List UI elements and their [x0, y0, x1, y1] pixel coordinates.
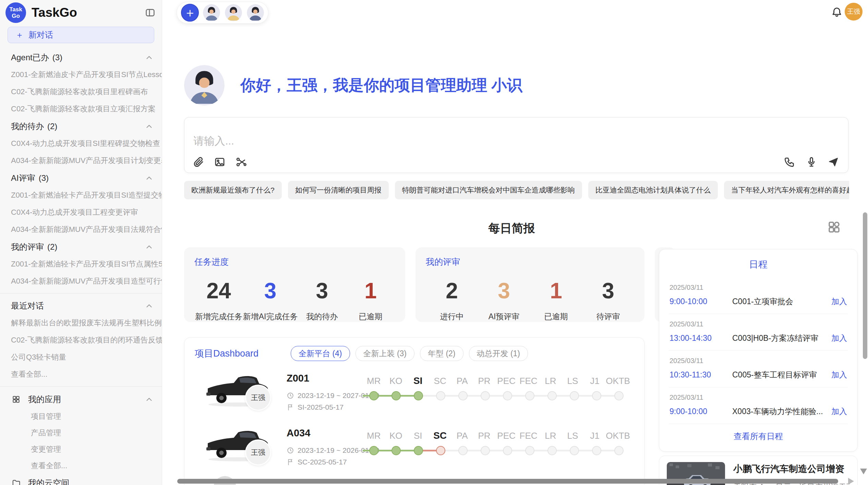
suggestion-chip[interactable]: 当下年轻人对汽车外观有怎样的喜好趋势	[724, 181, 849, 199]
sidebar-item[interactable]: A034-全新新能源MUV产品开发项目造型可行性评审	[0, 273, 162, 290]
add-agent-button[interactable]: ＋	[181, 4, 199, 22]
dashboard-tab[interactable]: 动总开发 (1)	[469, 346, 528, 361]
milestone-dot-pec	[503, 391, 512, 400]
sidebar-item[interactable]: Z001-全新燃油轻卡产品开发项目SI造型提交物评审	[0, 187, 162, 204]
flag-icon	[287, 458, 294, 466]
sidebar-section-header[interactable]: Agent已办 (3)	[0, 49, 162, 66]
suggestion-chip[interactable]: 如何写一份清晰的项目周报	[288, 181, 389, 199]
user-avatar[interactable]: 王强	[845, 3, 863, 21]
phone-call-icon[interactable]	[784, 156, 795, 168]
suggestion-chip[interactable]: 特朗普可能对进口汽车增税会对中国车企造成哪些影响	[395, 181, 582, 199]
apps-view-all[interactable]: 查看全部...	[0, 458, 162, 474]
schedule-list: 2025/03/11 9:00-10:00 C001-立项审批会 加入 2025…	[669, 277, 848, 424]
sidebar-section: Agent已办 (3) Z001-全新燃油皮卡产品开发项目SI节点Lesson …	[0, 49, 162, 117]
chat-input[interactable]	[193, 133, 708, 155]
dashboard-title: 项目Dashboard	[195, 347, 291, 360]
join-link[interactable]: 加入	[831, 333, 847, 344]
sidebar-section-header[interactable]: 我的待办 (2)	[0, 117, 162, 135]
avatar[interactable]	[225, 4, 242, 21]
milestone-dot-ko	[391, 391, 401, 400]
chevron-up-icon	[145, 174, 154, 183]
sidebar-item[interactable]: C02-飞腾新能源轻客改款项目里程碑画布	[0, 83, 162, 100]
send-icon[interactable]	[828, 156, 839, 168]
stat-label: 已逾期	[346, 311, 395, 322]
recent-chats-header[interactable]: 最近对话	[0, 297, 162, 314]
sidebar-item-cloud-space[interactable]: 我的云空间	[0, 474, 162, 485]
collapse-sidebar-icon[interactable]	[145, 7, 156, 18]
stat: 3 AI预评审	[478, 278, 530, 322]
dashboard-grid-icon[interactable]	[827, 220, 841, 234]
scroll-down-arrow[interactable]	[860, 469, 867, 474]
stat-value: 3	[582, 278, 634, 303]
milestone-label-pr: PR	[473, 374, 495, 390]
recent-chat-items: 解释最新出台的欧盟报废车法规再生塑料比例被调至15%...C02-飞腾新能源轻客…	[0, 314, 162, 366]
sidebar-item[interactable]: C0X4-动力总成开发项目SI里程碑提交物检查	[0, 135, 162, 152]
scroll-right-arrow[interactable]	[848, 478, 854, 485]
new-chat-label: 新对话	[28, 29, 53, 40]
recent-view-all[interactable]: 查看全部...	[0, 366, 162, 383]
project-flag-text: SI-2025-05-17	[298, 403, 343, 411]
project-image: 王强	[205, 369, 277, 418]
sidebar: Task Go TaskGo ＋ 新对话 Agent已办 (3)	[0, 0, 162, 485]
suggestion-chip[interactable]: 欧洲新规最近颁布了什么?	[184, 181, 282, 199]
cloud-space-label: 我的云空间	[28, 477, 69, 485]
schedule-date: 2025/03/11	[670, 284, 847, 291]
project-row[interactable]: 王强 A034 2023-12-19 ~ 2026-01-19	[195, 420, 634, 475]
app-item[interactable]: 产品管理	[0, 425, 162, 441]
milestone-label-ls: LS	[562, 429, 583, 445]
schedule-entry-main: 9:00-10:00 X003-车辆动力学性能验... 加入	[670, 406, 847, 417]
avatar[interactable]	[247, 4, 264, 21]
my-apps-title: 我的应用	[28, 394, 61, 405]
new-chat-button[interactable]: ＋ 新对话	[8, 27, 154, 43]
recent-chat-item[interactable]: 解释最新出台的欧盟报废车法规再生塑料比例被调至15%...	[0, 314, 162, 332]
scissors-icon[interactable]	[235, 156, 247, 168]
sidebar-item[interactable]: A034-全新新能源MUV产品开发项目法规符合性评审	[0, 221, 162, 238]
sidebar-section-header[interactable]: 我的评审 (2)	[0, 238, 162, 256]
stat-value: 3	[478, 278, 530, 303]
app-item[interactable]: 项目管理	[0, 408, 162, 425]
dashboard-tab[interactable]: 全新平台 (4)	[291, 346, 350, 361]
suggestion-chip[interactable]: 比亚迪全固态电池计划具体说了什么	[588, 181, 718, 199]
project-owner-avatar: 王强	[245, 385, 271, 411]
sidebar-item[interactable]: Z001-全新燃油皮卡产品开发项目SI节点Lesson Learn报告	[0, 66, 162, 83]
milestone-dot-mr	[369, 391, 378, 400]
sidebar-item[interactable]: C0X4-动力总成开发项目工程变更评审	[0, 204, 162, 221]
image-icon[interactable]	[214, 156, 226, 168]
my-apps-header[interactable]: 我的应用	[0, 390, 162, 408]
app-item[interactable]: 变更管理	[0, 441, 162, 458]
view-all-schedule-link[interactable]: 查看所有日程	[669, 431, 848, 442]
dashboard-tab[interactable]: 全新上装 (3)	[355, 346, 415, 361]
stat: 1 已逾期	[346, 278, 395, 322]
project-row[interactable]: 王强 Z001 2023-12-19 ~ 2027-01-19	[195, 365, 634, 420]
sidebar-item[interactable]: Z001-全新燃油轻卡产品开发项目SI节点属性5D文件评审	[0, 256, 162, 273]
vertical-scrollbar-thumb[interactable]	[863, 212, 867, 359]
stat-card: 任务进度 24 新增完成任务 3 新增AI完成任务 3 我的待办	[184, 247, 405, 322]
milestone-label-lr: LR	[540, 429, 562, 445]
sidebar-item[interactable]: C02-飞腾新能源轻客改款项目立项汇报方案	[0, 100, 162, 117]
logo-text-2: Go	[12, 13, 20, 19]
stat: 3 新增AI完成任务	[243, 278, 298, 322]
recent-chat-item[interactable]: 公司Q3轻卡销量	[0, 349, 162, 366]
stat-grid: 2 进行中 3 AI预评审 1 已逾期 3 待评审	[426, 278, 634, 322]
sidebar-item[interactable]: A034-全新新能源MUV产品开发项目计划变更表编写	[0, 152, 162, 169]
sidebar-section-header[interactable]: AI评审 (3)	[0, 169, 162, 187]
microphone-icon[interactable]	[806, 156, 817, 168]
schedule-panel: 日程 2025/03/11 9:00-10:00 C001-立项审批会 加入 2…	[659, 249, 858, 452]
join-link[interactable]: 加入	[831, 370, 847, 380]
schedule-time: 9:00-10:00	[670, 407, 723, 416]
join-link[interactable]: 加入	[831, 296, 847, 307]
plus-icon: ＋	[15, 29, 24, 40]
recent-chats-title: 最近对话	[11, 300, 44, 311]
join-link[interactable]: 加入	[831, 406, 847, 417]
milestone-dots	[363, 445, 630, 457]
attachment-icon[interactable]	[193, 156, 204, 168]
grid-icon	[12, 395, 21, 404]
logo-text-1: Task	[9, 6, 22, 13]
avatar[interactable]	[203, 4, 220, 21]
horizontal-scrollbar-thumb[interactable]	[177, 479, 838, 484]
assistant-avatar	[184, 65, 225, 105]
stats-row: 任务进度 24 新增完成任务 3 新增AI完成任务 3 我的待办	[184, 247, 675, 322]
recent-chat-item[interactable]: C02-飞腾新能源轻客改款项目的闭环通告反馈情况	[0, 332, 162, 349]
dashboard-tab[interactable]: 年型 (2)	[420, 346, 463, 361]
notifications-bell-icon[interactable]	[831, 6, 843, 18]
